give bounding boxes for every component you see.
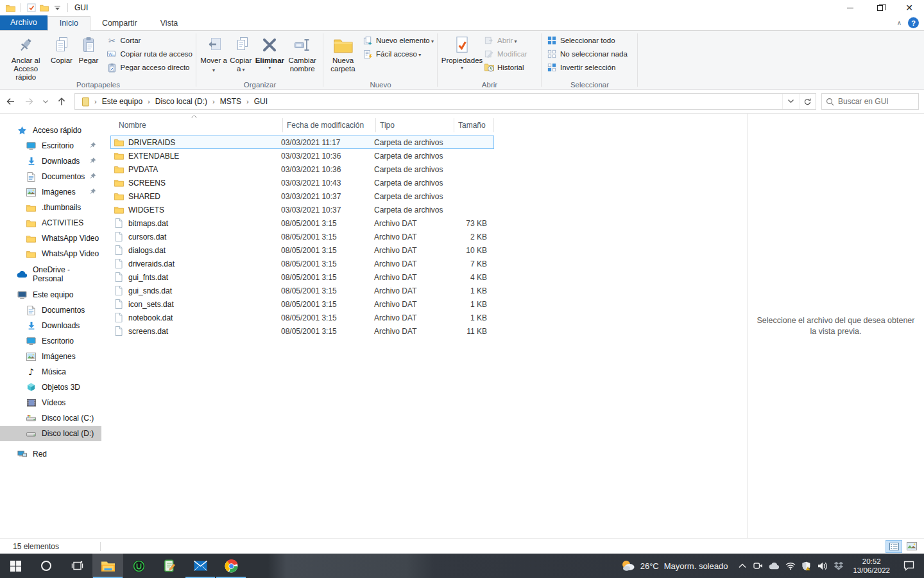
details-view-button[interactable] (886, 540, 902, 553)
sidebar-item-documentos[interactable]: Documentos (0, 169, 101, 184)
copy-to-button[interactable]: Copiar a (227, 32, 254, 74)
table-row-gui-fnts-dat[interactable]: gui_fnts.dat08/05/2001 3:15Archivo DAT4 … (110, 270, 494, 284)
sidebar-item-este-equipo[interactable]: Este equipo (0, 287, 101, 302)
sidebar-item-thumbnails[interactable]: .thumbnails (0, 200, 101, 215)
sidebar-item-acceso-r-pido[interactable]: Acceso rápido (0, 123, 101, 138)
tray-wifi-button[interactable] (782, 554, 798, 578)
breadcrumb-segment-este-equipo[interactable]: Este equipo (99, 96, 145, 107)
sidebar-item-disco-local-c[interactable]: Disco local (C:) (0, 410, 101, 426)
search-box[interactable] (821, 93, 919, 110)
sidebar-item-onedrive-personal[interactable]: OneDrive - Personal (0, 267, 101, 282)
table-row-icon-sets-dat[interactable]: icon_sets.dat08/05/2001 3:15Archivo DAT1… (110, 297, 494, 311)
rename-button[interactable]: Cambiar nombre (285, 32, 320, 73)
new-folder-button[interactable]: Nueva carpeta (327, 32, 359, 73)
copy-button[interactable]: Copiar (47, 32, 75, 65)
table-row-widgets[interactable]: WIDGETS03/03/2021 10:37Carpeta de archiv… (110, 203, 494, 216)
taskbar-button-mail[interactable] (185, 554, 216, 578)
sidebar-item-activities[interactable]: ACTIVITIES (0, 215, 101, 231)
forward-button[interactable] (21, 92, 38, 110)
table-row-shared[interactable]: SHARED03/03/2021 10:37Carpeta de archivo… (110, 189, 494, 203)
paste-shortcut-button[interactable]: Pegar acceso directo (107, 62, 193, 73)
move-to-button[interactable]: Mover a (200, 32, 227, 74)
table-row-notebook-dat[interactable]: notebook.dat08/05/2001 3:15Archivo DAT1 … (110, 311, 494, 324)
sidebar-item-documentos[interactable]: Documentos (0, 302, 101, 318)
tray-defender-button[interactable] (798, 554, 814, 578)
tray-onedrive-gray-button[interactable] (766, 554, 782, 578)
taskbar-button-search[interactable] (31, 554, 62, 578)
recent-locations-dropdown[interactable] (40, 92, 51, 110)
table-row-extendable[interactable]: EXTENDABLE03/03/2021 10:36Carpeta de arc… (110, 149, 494, 162)
properties-button[interactable]: Propiedades ▾ (441, 32, 483, 71)
sidebar-item-downloads[interactable]: Downloads (0, 318, 101, 333)
delete-button[interactable]: Eliminar ▾ (254, 32, 285, 71)
taskbar-button-chrome[interactable] (216, 554, 246, 578)
table-row-gui-snds-dat[interactable]: gui_snds.dat08/05/2001 3:15Archivo DAT1 … (110, 284, 494, 297)
table-row-screens[interactable]: SCREENS03/03/2021 10:43Carpeta de archiv… (110, 176, 494, 189)
qat-customize-dropdown[interactable] (51, 1, 64, 14)
new-item-button[interactable]: Nuevo elemento (363, 35, 434, 46)
qat-new-folder-button[interactable] (38, 1, 51, 14)
restore-button[interactable] (865, 0, 894, 15)
address-dropdown[interactable] (782, 94, 799, 109)
sidebar-item-whatsapp-video[interactable]: WhatsApp Video (0, 231, 101, 246)
minimize-button[interactable] (835, 0, 865, 15)
table-row-cursors-dat[interactable]: cursors.dat08/05/2001 3:15Archivo DAT2 K… (110, 230, 494, 243)
taskbar-button-explorer[interactable] (92, 554, 123, 578)
breadcrumb-segment-disco-local-d[interactable]: Disco local (D:) (153, 96, 210, 107)
invert-selection-button[interactable]: Invertir selección (547, 62, 628, 73)
tray-chevron-up-button[interactable] (734, 554, 750, 578)
taskbar-button-iobit[interactable] (123, 554, 154, 578)
weather-widget[interactable]: 26°C Mayorm. soleado (615, 559, 735, 573)
tab-compartir[interactable]: Compartir (90, 17, 149, 30)
back-button[interactable] (1, 92, 19, 110)
select-all-button[interactable]: Seleccionar todo (547, 35, 628, 46)
pin-to-quick-access-button[interactable]: Anclar al Acceso rápido (4, 32, 47, 82)
sidebar-item-disco-local-d[interactable]: Disco local (D:) (0, 426, 101, 441)
breadcrumb-segment-msts[interactable]: MSTS (218, 96, 244, 107)
sidebar-item-red[interactable]: Red (0, 446, 101, 462)
sidebar-item-v-deos[interactable]: Vídeos (0, 395, 101, 410)
collapse-ribbon-icon[interactable]: ∧ (897, 19, 902, 26)
copy-path-button[interactable]: W Copiar ruta de acceso (107, 48, 193, 60)
tray-dropbox-button[interactable] (830, 554, 846, 578)
taskbar-button-notes[interactable] (154, 554, 185, 578)
clock[interactable]: 20:52 13/06/2022 (846, 557, 896, 575)
column-header-type[interactable]: Tipo (376, 118, 454, 132)
table-row-driveraids-dat[interactable]: driveraids.dat08/05/2001 3:15Archivo DAT… (110, 257, 494, 270)
history-button[interactable]: Historial (484, 62, 527, 73)
taskbar-button-taskview[interactable] (62, 554, 92, 578)
sidebar-item-objetos-3d[interactable]: Objetos 3D (0, 380, 101, 395)
sidebar-item-whatsapp-video[interactable]: WhatsApp Video (0, 246, 101, 261)
close-button[interactable]: ✕ (894, 0, 924, 15)
column-header-size[interactable]: Tamaño (454, 118, 494, 132)
large-icons-view-button[interactable] (903, 540, 920, 553)
table-row-screens-dat[interactable]: screens.dat08/05/2001 3:15Archivo DAT11 … (110, 324, 494, 338)
sidebar-item-m-sica[interactable]: ♪Música (0, 364, 101, 380)
tab-inicio[interactable]: Inicio (47, 16, 90, 31)
sidebar-item-downloads[interactable]: Downloads (0, 153, 101, 169)
sidebar-item-im-genes[interactable]: Imágenes (0, 349, 101, 364)
tab-vista[interactable]: Vista (149, 17, 190, 30)
cut-button[interactable]: ✂ Cortar (107, 35, 193, 46)
breadcrumb-segment-gui[interactable]: GUI (252, 96, 270, 107)
sidebar-item-escritorio[interactable]: Escritorio (0, 138, 101, 153)
up-button[interactable] (53, 92, 71, 110)
action-center-button[interactable] (896, 554, 921, 578)
table-row-dialogs-dat[interactable]: dialogs.dat08/05/2001 3:15Archivo DAT10 … (110, 243, 494, 257)
tray-volume-button[interactable] (814, 554, 830, 578)
table-row-pvdata[interactable]: PVDATA03/03/2021 10:36Carpeta de archivo… (110, 162, 494, 176)
tray-meet-now-button[interactable] (750, 554, 766, 578)
column-header-date[interactable]: Fecha de modificación (283, 118, 376, 132)
sidebar-item-escritorio[interactable]: Escritorio (0, 333, 101, 349)
taskbar-button-start[interactable] (0, 554, 31, 578)
table-row-driveraids[interactable]: DRIVERAIDS03/03/2021 11:17Carpeta de arc… (110, 136, 494, 149)
qat-properties-button[interactable] (25, 1, 38, 14)
search-input[interactable] (838, 97, 914, 106)
refresh-button[interactable] (799, 94, 816, 109)
select-none-button[interactable]: No seleccionar nada (547, 48, 628, 60)
address-box[interactable]: ›Este equipo›Disco local (D:)›MSTS›GUI (74, 93, 816, 110)
easy-access-button[interactable]: Fácil acceso (363, 48, 434, 60)
paste-button[interactable]: Pegar (75, 32, 101, 65)
help-button[interactable]: ? (908, 17, 919, 28)
table-row-bitmaps-dat[interactable]: bitmaps.dat08/05/2001 3:15Archivo DAT73 … (110, 216, 494, 230)
